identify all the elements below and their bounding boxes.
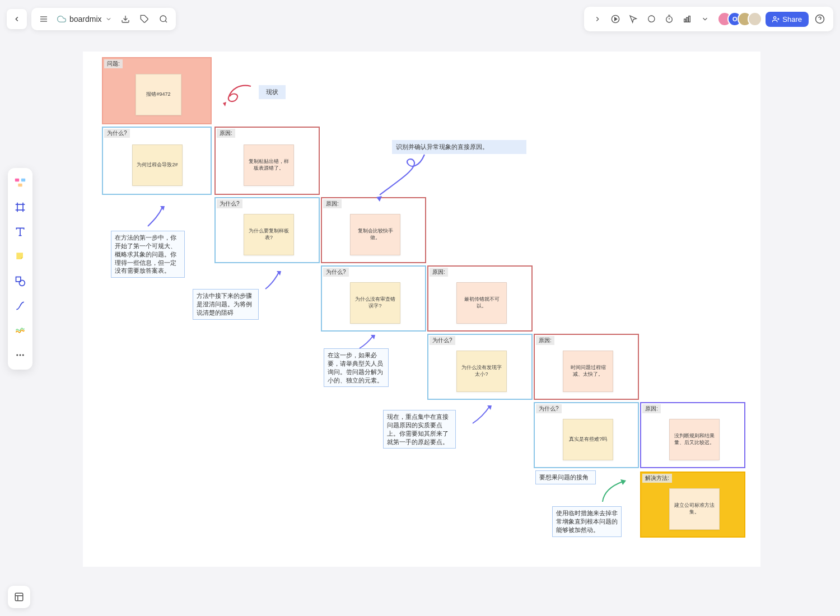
frame-why1[interactable]: 为什么? 为何过程会导致2#: [102, 127, 212, 195]
frame-label: 为什么?: [536, 404, 562, 413]
annotation-step2[interactable]: 方法中接下来的步骤是澄清问题。为将例说清楚的阻碍: [193, 289, 259, 320]
svg-rect-22: [18, 184, 22, 187]
app-header: boardmix: [7, 7, 833, 31]
frame-why3[interactable]: 为什么? 为什么没有审查错误字?: [321, 265, 426, 332]
sticky-note[interactable]: 复制粘贴出错，样板表源错了。: [244, 144, 294, 186]
left-toolbar: [8, 168, 32, 370]
vote-button[interactable]: [678, 10, 696, 28]
avatar[interactable]: [748, 12, 762, 26]
menu-button[interactable]: [35, 10, 53, 28]
tag-button[interactable]: [136, 10, 153, 28]
comment-button[interactable]: [642, 10, 660, 28]
share-label: Share: [782, 15, 802, 24]
frame-solution[interactable]: 解决方法: 建立公司标准方法集。: [640, 472, 745, 538]
draw-tool[interactable]: [11, 321, 29, 339]
svg-point-15: [774, 16, 776, 18]
connector-tool[interactable]: [11, 297, 29, 315]
sticky-note[interactable]: 报错#9472: [136, 74, 181, 115]
annotation-step3[interactable]: 在这一步，如果必要，请举典型关人员询问。尝问题分解为小的、独立的元素。: [324, 348, 389, 387]
frame-label: 原因:: [217, 129, 235, 138]
back-button[interactable]: [7, 9, 27, 29]
sticky-note[interactable]: 复制会比较快手做。: [350, 214, 400, 255]
brand-label: boardmix: [69, 15, 102, 24]
frame-cause2[interactable]: 原因: 复制会比较快手做。: [321, 197, 426, 263]
frame-label: 为什么?: [217, 199, 242, 208]
header-left: boardmix: [7, 8, 176, 30]
chevron-down-icon: [105, 16, 112, 22]
sticky-note[interactable]: 建立公司标准方法集。: [669, 488, 720, 530]
sticky-note[interactable]: 时间问题过程缩减、太快了。: [563, 351, 613, 392]
sticky-note[interactable]: 为什么要复制样板表?: [244, 214, 294, 255]
sticky-tool[interactable]: [11, 248, 29, 265]
svg-point-5: [160, 16, 166, 22]
download-button[interactable]: [116, 10, 134, 28]
svg-rect-20: [15, 179, 19, 182]
svg-point-32: [20, 354, 21, 356]
frame-label: 原因:: [642, 404, 661, 413]
sticky-note[interactable]: 真实是有些难?吗: [563, 419, 613, 460]
shape-tool[interactable]: [11, 272, 29, 290]
svg-rect-13: [687, 17, 688, 22]
arrow-icon: [598, 477, 628, 505]
svg-rect-12: [684, 19, 686, 22]
frame-cause1[interactable]: 原因: 复制粘贴出错，样板表源错了。: [214, 127, 320, 195]
sticky-note[interactable]: 为什么没有发现字太小?: [456, 351, 507, 392]
arrow-icon: [469, 404, 494, 427]
annotation-step5[interactable]: 要想果问题的接角: [535, 470, 596, 484]
arrow-squiggle-icon: [217, 81, 256, 109]
minimap-button[interactable]: [8, 586, 30, 608]
share-button[interactable]: Share: [766, 12, 809, 27]
svg-point-31: [16, 354, 18, 356]
person-plus-icon: [772, 16, 780, 23]
frame-cause3[interactable]: 原因: 最初传错就不可以。: [427, 265, 533, 332]
more-tools[interactable]: [11, 346, 29, 364]
canvas[interactable]: 问题: 报错#9472 为什么? 为何过程会导致2# 原因: 复制粘贴出错，样板…: [83, 52, 760, 567]
frame-label: 原因:: [323, 199, 342, 208]
brand-title[interactable]: boardmix: [54, 15, 115, 24]
sticky-note[interactable]: 为何过程会导致2#: [132, 144, 183, 186]
frame-label: 原因:: [430, 268, 448, 277]
frame-label: 为什么?: [323, 268, 349, 277]
annotation-step4[interactable]: 现在，重点集中在直接问题原因的实质要点上。你需要知其所来了就第一手的原起要点。: [383, 410, 456, 449]
header-center-group: boardmix: [31, 8, 176, 30]
frame-tool[interactable]: [11, 198, 29, 216]
avatar-stack[interactable]: O: [717, 12, 762, 26]
help-button[interactable]: [811, 10, 829, 28]
frame-why2[interactable]: 为什么? 为什么要复制样板表?: [214, 197, 320, 263]
play-button[interactable]: [606, 10, 624, 28]
frame-label: 原因:: [536, 336, 554, 345]
frame-why5[interactable]: 为什么? 真实是有些难?吗: [534, 402, 639, 468]
arrow-squiggle-icon: [363, 151, 430, 202]
header-right: O Share: [584, 7, 833, 31]
svg-point-30: [19, 280, 25, 286]
annotation-status[interactable]: 现状: [259, 85, 286, 99]
timer-button[interactable]: [660, 10, 678, 28]
annotation-step6[interactable]: 使用临时措施来去掉非常增象直到根本问题的能够被加然动。: [552, 506, 622, 537]
svg-rect-21: [21, 179, 25, 182]
templates-tool[interactable]: [11, 174, 29, 192]
svg-line-6: [165, 21, 167, 22]
frame-label: 问题:: [104, 59, 123, 68]
svg-rect-34: [15, 593, 23, 601]
sticky-note[interactable]: 为什么没有审查错误字?: [350, 282, 400, 324]
text-tool[interactable]: [11, 223, 29, 241]
cursor-button[interactable]: [624, 10, 642, 28]
annotation-step1[interactable]: 在方法的第一步中，你开始了第一个可规大、概略求其象的问题。你理得一些信息，但一定…: [111, 231, 185, 278]
sticky-note[interactable]: 最初传错就不可以。: [456, 282, 507, 324]
frame-label: 为什么?: [430, 336, 455, 345]
svg-marker-8: [615, 17, 617, 20]
arrow-icon: [262, 269, 284, 291]
frame-label: 为什么?: [104, 129, 130, 138]
frame-problem[interactable]: 问题: 报错#9472: [102, 57, 212, 124]
sticky-note[interactable]: 没判断规则和结果量、后又比较迟。: [669, 419, 720, 460]
frame-cause5[interactable]: 原因: 没判断规则和结果量、后又比较迟。: [640, 402, 745, 468]
cloud-icon: [57, 15, 66, 24]
frame-why4[interactable]: 为什么? 为什么没有发现字太小?: [427, 334, 533, 400]
svg-rect-14: [689, 16, 690, 22]
svg-point-33: [22, 354, 24, 356]
expand-button[interactable]: [589, 10, 606, 28]
frame-cause4[interactable]: 原因: 时间问题过程缩减、太快了。: [534, 334, 639, 400]
search-button[interactable]: [155, 10, 172, 28]
more-button[interactable]: [696, 10, 714, 28]
arrow-icon: [356, 334, 379, 351]
